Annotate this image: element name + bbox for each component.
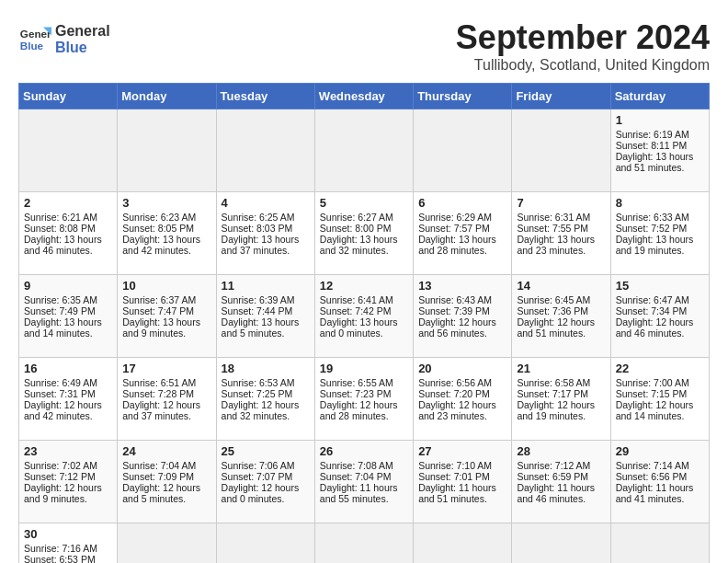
- sunset-text: Sunset: 8:05 PM: [122, 223, 210, 234]
- calendar-cell: 2Sunrise: 6:21 AMSunset: 8:08 PMDaylight…: [19, 192, 118, 275]
- sunrise-text: Sunrise: 6:53 AM: [222, 377, 310, 388]
- sunset-text: Sunset: 8:08 PM: [24, 223, 112, 234]
- sunset-text: Sunset: 7:36 PM: [517, 305, 605, 316]
- sunset-text: Sunset: 6:59 PM: [517, 471, 605, 482]
- day-number: 1: [616, 113, 704, 127]
- day-number: 5: [320, 196, 408, 210]
- calendar-week-5: 30Sunrise: 7:16 AMSunset: 6:53 PMDayligh…: [19, 523, 710, 564]
- svg-text:Blue: Blue: [20, 40, 44, 52]
- sunrise-text: Sunrise: 7:02 AM: [24, 460, 112, 471]
- calendar-cell: 7Sunrise: 6:31 AMSunset: 7:55 PMDaylight…: [512, 192, 610, 275]
- day-number: 24: [122, 444, 210, 458]
- calendar-cell: 17Sunrise: 6:51 AMSunset: 7:28 PMDayligh…: [118, 358, 216, 441]
- sunrise-text: Sunrise: 6:35 AM: [24, 294, 112, 305]
- sunset-text: Sunset: 8:11 PM: [616, 140, 704, 151]
- sunset-text: Sunset: 7:44 PM: [222, 305, 310, 316]
- daylight-text: Daylight: 13 hours and 46 minutes.: [24, 234, 112, 256]
- day-number: 28: [517, 444, 605, 458]
- calendar-cell: [19, 109, 118, 192]
- sunrise-text: Sunrise: 7:14 AM: [616, 460, 704, 471]
- daylight-text: Daylight: 13 hours and 51 minutes.: [616, 151, 704, 173]
- sunrise-text: Sunrise: 6:29 AM: [418, 212, 506, 223]
- sunset-text: Sunset: 7:34 PM: [616, 305, 704, 316]
- daylight-text: Daylight: 11 hours and 51 minutes.: [418, 482, 506, 504]
- calendar-cell: 6Sunrise: 6:29 AMSunset: 7:57 PMDaylight…: [414, 192, 512, 275]
- daylight-text: Daylight: 11 hours and 46 minutes.: [517, 482, 605, 504]
- sunset-text: Sunset: 7:49 PM: [24, 305, 112, 316]
- daylight-text: Daylight: 13 hours and 0 minutes.: [320, 316, 408, 339]
- sunrise-text: Sunrise: 7:06 AM: [222, 460, 310, 471]
- daylight-text: Daylight: 13 hours and 32 minutes.: [320, 234, 408, 256]
- sunrise-text: Sunrise: 6:19 AM: [616, 129, 704, 140]
- sunrise-text: Sunrise: 7:12 AM: [517, 460, 605, 471]
- day-number: 13: [418, 279, 506, 293]
- calendar-cell: 1Sunrise: 6:19 AMSunset: 8:11 PMDaylight…: [610, 109, 709, 192]
- day-number: 26: [320, 444, 408, 458]
- sunrise-text: Sunrise: 6:51 AM: [122, 377, 210, 388]
- daylight-text: Daylight: 13 hours and 19 minutes.: [616, 234, 704, 256]
- daylight-text: Daylight: 13 hours and 37 minutes.: [222, 234, 310, 256]
- calendar-cell: 15Sunrise: 6:47 AMSunset: 7:34 PMDayligh…: [610, 275, 709, 358]
- sunset-text: Sunset: 7:17 PM: [517, 388, 605, 399]
- day-number: 18: [222, 362, 310, 375]
- sunrise-text: Sunrise: 6:23 AM: [122, 212, 210, 223]
- daylight-text: Daylight: 12 hours and 28 minutes.: [320, 399, 408, 421]
- calendar-cell: 5Sunrise: 6:27 AMSunset: 8:00 PMDaylight…: [314, 192, 413, 275]
- calendar-cell: [314, 109, 413, 192]
- sunrise-text: Sunrise: 6:56 AM: [418, 377, 506, 388]
- calendar-cell: 22Sunrise: 7:00 AMSunset: 7:15 PMDayligh…: [610, 358, 709, 441]
- calendar-cell: 12Sunrise: 6:41 AMSunset: 7:42 PMDayligh…: [314, 275, 413, 358]
- logo: General Blue General Blue: [18, 23, 110, 56]
- calendar-cell: 19Sunrise: 6:55 AMSunset: 7:23 PMDayligh…: [314, 358, 413, 441]
- sunset-text: Sunset: 7:57 PM: [418, 223, 506, 234]
- sunrise-text: Sunrise: 6:49 AM: [24, 377, 112, 388]
- day-number: 12: [320, 279, 408, 293]
- calendar-cell: 29Sunrise: 7:14 AMSunset: 6:56 PMDayligh…: [610, 441, 709, 523]
- calendar-cell: 21Sunrise: 6:58 AMSunset: 7:17 PMDayligh…: [512, 358, 610, 441]
- day-number: 6: [418, 196, 506, 210]
- calendar-cell: 4Sunrise: 6:25 AMSunset: 8:03 PMDaylight…: [216, 192, 314, 275]
- calendar-cell: 16Sunrise: 6:49 AMSunset: 7:31 PMDayligh…: [19, 358, 118, 441]
- sunrise-text: Sunrise: 6:41 AM: [320, 294, 408, 305]
- daylight-text: Daylight: 13 hours and 28 minutes.: [418, 234, 506, 256]
- day-number: 27: [418, 444, 506, 458]
- daylight-text: Daylight: 12 hours and 51 minutes.: [517, 316, 605, 339]
- sunset-text: Sunset: 8:00 PM: [320, 223, 408, 234]
- sunrise-text: Sunrise: 6:27 AM: [320, 212, 408, 223]
- day-number: 19: [320, 362, 408, 375]
- calendar-cell: [610, 523, 709, 564]
- day-number: 10: [122, 279, 210, 293]
- sunrise-text: Sunrise: 7:00 AM: [616, 377, 704, 388]
- calendar-cell: 18Sunrise: 6:53 AMSunset: 7:25 PMDayligh…: [216, 358, 314, 441]
- calendar-body: 1Sunrise: 6:19 AMSunset: 8:11 PMDaylight…: [19, 109, 710, 564]
- calendar-cell: 26Sunrise: 7:08 AMSunset: 7:04 PMDayligh…: [314, 441, 413, 523]
- header-cell-friday: Friday: [512, 84, 610, 109]
- day-number: 29: [616, 444, 704, 458]
- header-cell-thursday: Thursday: [414, 84, 512, 109]
- sunset-text: Sunset: 7:01 PM: [418, 471, 506, 482]
- sunset-text: Sunset: 7:25 PM: [222, 388, 310, 399]
- calendar-cell: [414, 109, 512, 192]
- daylight-text: Daylight: 13 hours and 14 minutes.: [24, 316, 112, 339]
- daylight-text: Daylight: 12 hours and 23 minutes.: [418, 399, 506, 421]
- calendar-week-3: 16Sunrise: 6:49 AMSunset: 7:31 PMDayligh…: [19, 358, 710, 441]
- daylight-text: Daylight: 13 hours and 42 minutes.: [122, 234, 210, 256]
- daylight-text: Daylight: 12 hours and 0 minutes.: [222, 482, 310, 504]
- sunset-text: Sunset: 7:09 PM: [122, 471, 210, 482]
- calendar-cell: 3Sunrise: 6:23 AMSunset: 8:05 PMDaylight…: [118, 192, 216, 275]
- logo-text-blue: Blue: [55, 40, 110, 56]
- header-cell-saturday: Saturday: [610, 84, 709, 109]
- title-block: September 2024 Tullibody, Scotland, Unit…: [456, 18, 710, 74]
- day-number: 3: [122, 196, 210, 210]
- daylight-text: Daylight: 12 hours and 19 minutes.: [517, 399, 605, 421]
- sunrise-text: Sunrise: 7:08 AM: [320, 460, 408, 471]
- header-cell-sunday: Sunday: [19, 84, 118, 109]
- daylight-text: Daylight: 12 hours and 46 minutes.: [616, 316, 704, 339]
- sunrise-text: Sunrise: 6:37 AM: [122, 294, 210, 305]
- daylight-text: Daylight: 12 hours and 9 minutes.: [24, 482, 112, 504]
- calendar-week-1: 2Sunrise: 6:21 AMSunset: 8:08 PMDaylight…: [19, 192, 710, 275]
- day-number: 23: [24, 444, 112, 458]
- daylight-text: Daylight: 13 hours and 5 minutes.: [222, 316, 310, 339]
- sunrise-text: Sunrise: 6:47 AM: [616, 294, 704, 305]
- sunset-text: Sunset: 7:15 PM: [616, 388, 704, 399]
